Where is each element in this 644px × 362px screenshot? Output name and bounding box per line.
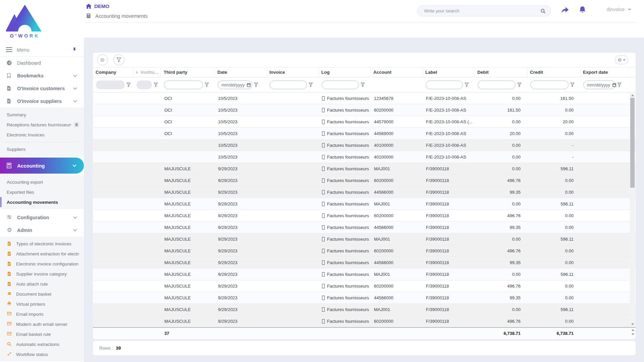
- sidebar-item-r-ceptions-factures-fournisseurs[interactable]: Réceptions factures fournisseurs0: [0, 120, 84, 130]
- table-row[interactable]: OCI10/5/2023Factures fournisseurs4457900…: [93, 116, 636, 128]
- column-header-credit[interactable]: Credit: [527, 67, 580, 77]
- vertical-scrollbar[interactable]: [630, 93, 635, 326]
- sidebar-item-configuration[interactable]: Configuration: [0, 211, 84, 224]
- table-row[interactable]: MAJUSCULE9/29/2023Factures fournisseursM…: [93, 268, 636, 280]
- filter-button[interactable]: [113, 54, 124, 65]
- scroll-up-button[interactable]: [630, 93, 635, 98]
- cell-invoice: [267, 104, 319, 116]
- filter-input-label[interactable]: [426, 80, 463, 89]
- table-row[interactable]: MAJUSCULE9/29/2023Factures fournisseurs4…: [93, 222, 636, 233]
- table-row[interactable]: OCI10/5/2023Factures fournisseurs4456900…: [93, 128, 636, 139]
- cell-date: 10/5/2023: [215, 151, 267, 163]
- filter-input-third_party[interactable]: [164, 80, 203, 89]
- column-header-company[interactable]: Company: [93, 67, 133, 77]
- scrollbar-thumb[interactable]: [630, 98, 635, 188]
- table-row[interactable]: MAJUSCULE9/29/2023Factures fournisseurs4…: [93, 292, 636, 304]
- table-row[interactable]: MAJUSCULE9/29/2023Factures fournisseursM…: [93, 163, 636, 175]
- sidebar-item-bookmarks[interactable]: Bookmarks: [0, 69, 84, 82]
- sidebar-item-email-imports[interactable]: Email imports: [0, 309, 84, 319]
- sidebar-item-dashboard[interactable]: Dashboard: [0, 57, 84, 69]
- sidebar-item-email-basket-rule[interactable]: Email basket rule: [0, 329, 84, 339]
- table-row[interactable]: MAJUSCULE9/29/2023Factures fournisseursM…: [93, 304, 636, 315]
- search-icon[interactable]: [540, 8, 546, 14]
- sidebar-item-electronic-invoices[interactable]: Electronic Invoices: [0, 130, 84, 140]
- sidebar-item-supplier-invoice-category[interactable]: Supplier invoice category: [0, 269, 84, 279]
- table-row[interactable]: MAJUSCULE9/29/2023Factures fournisseurs6…: [93, 245, 636, 257]
- funnel-icon[interactable]: [517, 82, 522, 87]
- funnel-icon[interactable]: [205, 82, 209, 87]
- table-row[interactable]: MAJUSCULE9/29/2023Factures fournisseursM…: [93, 233, 636, 245]
- filter-input-invoice[interactable]: [270, 80, 307, 89]
- filter-input-log[interactable]: [322, 80, 359, 89]
- funnel-icon[interactable]: [254, 82, 259, 87]
- table-row[interactable]: MAJUSCULE9/29/2023Factures fournisseurs4…: [93, 257, 636, 268]
- column-header-log[interactable]: Log: [319, 67, 371, 77]
- table-row[interactable]: OCI10/5/2023Factures fournisseurs6020000…: [93, 104, 636, 116]
- sidebar-item-document-basket[interactable]: Document basket: [0, 289, 84, 299]
- sidebar-item-modern-auth-email-server[interactable]: Modern auth email server: [0, 319, 84, 329]
- funnel-icon[interactable]: [126, 82, 131, 87]
- sidebar-item-oinvoice-customers[interactable]: O'Invoice customers: [0, 82, 84, 95]
- column-header-institution[interactable]: Institu...: [133, 67, 161, 77]
- sidebar-item-electronic-invoice-configuration[interactable]: Electronic invoice configuration: [0, 259, 84, 269]
- filter-date-input-export_date[interactable]: mm/dd/yyyy: [583, 80, 615, 89]
- funnel-icon[interactable]: [361, 82, 365, 87]
- funnel-icon[interactable]: [465, 82, 469, 87]
- filter-input-debit[interactable]: [478, 80, 516, 89]
- funnel-icon[interactable]: [617, 82, 622, 87]
- user-menu[interactable]: dinvoice: [607, 7, 631, 12]
- scroll-down-button[interactable]: [630, 322, 635, 326]
- sidebar-item-accounting[interactable]: Accounting: [0, 158, 84, 174]
- sidebar-item-suppliers[interactable]: Suppliers: [0, 144, 84, 154]
- calendar-icon[interactable]: [612, 83, 616, 87]
- table-row[interactable]: OCI10/5/2023Factures fournisseurs1234567…: [93, 93, 636, 104]
- table-row[interactable]: MAJUSCULE9/29/2023Factures fournisseursM…: [93, 198, 636, 210]
- table-row[interactable]: 10/5/2023Factures fournisseurs40100000F/…: [93, 151, 636, 163]
- bell-icon[interactable]: [578, 5, 587, 14]
- filter-input-credit[interactable]: [530, 80, 569, 89]
- funnel-icon[interactable]: [154, 82, 158, 87]
- sidebar-item-summary[interactable]: Summary: [0, 110, 84, 120]
- column-header-third_party[interactable]: Third party: [161, 67, 215, 77]
- table-row[interactable]: MAJUSCULE9/29/2023Factures fournisseurs6…: [93, 315, 636, 327]
- column-header-invoice[interactable]: Invoice: [267, 67, 319, 77]
- grid-settings-button[interactable]: ⚙: [615, 55, 628, 64]
- sidebar-item-attachment-extraction-for-electroni[interactable]: Attachment extraction for electroni: [0, 249, 84, 259]
- column-expander-icon[interactable]: [136, 71, 138, 74]
- sidebar-item-accounting-movements[interactable]: Accounting movements: [0, 197, 84, 207]
- column-header-label[interactable]: Label: [423, 67, 475, 77]
- sidebar-item-workflow-status[interactable]: Workflow status: [0, 349, 84, 359]
- table-row[interactable]: MAJUSCULE9/29/2023Factures fournisseurs6…: [93, 175, 636, 186]
- calendar-icon[interactable]: [247, 83, 251, 87]
- cell-log: Factures fournisseurs: [319, 280, 371, 292]
- column-header-debit[interactable]: Debit: [475, 67, 527, 77]
- column-chooser-button[interactable]: [97, 54, 108, 65]
- pin-icon[interactable]: [72, 47, 77, 52]
- totals-scroll-buttons[interactable]: [632, 329, 634, 335]
- sidebar-item-oinvoice-suppliers[interactable]: O'Invoice suppliers: [0, 95, 84, 108]
- sidebar-item-accounting-export[interactable]: Accounting export: [0, 177, 84, 187]
- table-row[interactable]: MAJUSCULE9/29/2023Factures fournisseurs4…: [93, 186, 636, 198]
- search-input[interactable]: [424, 8, 540, 13]
- printer-icon: [7, 301, 12, 307]
- funnel-icon[interactable]: [570, 82, 575, 87]
- table-row[interactable]: 10/5/2023Factures fournisseurs40100000F/…: [93, 139, 636, 151]
- funnel-icon[interactable]: [309, 82, 313, 87]
- table-row[interactable]: MAJUSCULE9/29/2023Factures fournisseurs6…: [93, 280, 636, 292]
- scroll-down-icon[interactable]: [632, 334, 634, 335]
- sidebar-item-virtual-printers[interactable]: Virtual printers: [0, 299, 84, 309]
- sidebar-item-types-of-electronic-invoices[interactable]: Types of electronic invoices: [0, 239, 84, 249]
- sidebar-item-automatic-extractions[interactable]: Automatic extractions: [0, 339, 84, 349]
- column-header-account[interactable]: Account: [371, 67, 423, 77]
- sidebar-item-exported-files[interactable]: Exported files: [0, 187, 84, 197]
- sidebar-item-admin[interactable]: ⚙ Admin: [0, 224, 84, 237]
- column-header-date[interactable]: Date: [215, 67, 267, 77]
- filter-date-input-date[interactable]: mm/dd/yyyy: [218, 80, 252, 89]
- column-header-export_date[interactable]: Export date: [580, 67, 630, 77]
- hamburger-icon[interactable]: [6, 47, 12, 52]
- breadcrumb[interactable]: DEMO: [86, 3, 109, 9]
- table-row[interactable]: MAJUSCULE9/29/2023Factures fournisseurs6…: [93, 210, 636, 222]
- sidebar-item-auto-attach-rule[interactable]: Auto attach rule: [0, 279, 84, 289]
- scroll-up-icon[interactable]: [632, 329, 634, 331]
- share-icon[interactable]: [561, 5, 570, 14]
